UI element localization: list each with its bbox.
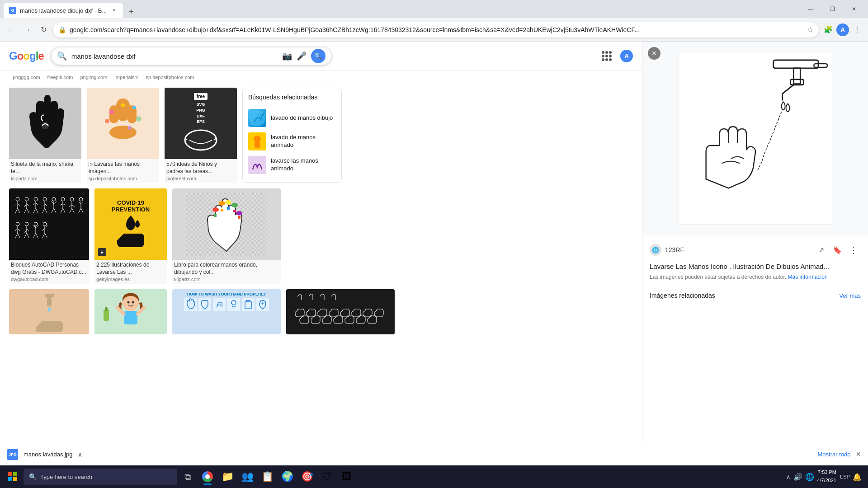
svg-line-53 (60, 204, 63, 205)
image-card-10[interactable] (286, 289, 395, 334)
task-view-button[interactable]: ⧉ (178, 467, 197, 486)
google-profile-avatar[interactable]: A (620, 50, 633, 62)
detail-source-globe-icon: 🌐 (650, 244, 661, 256)
search-submit-button[interactable]: 🔍 (311, 49, 326, 63)
camera-search-icon[interactable]: 📷 (282, 51, 292, 61)
svg-line-88 (45, 233, 47, 238)
svg-rect-18 (248, 156, 266, 174)
svg-point-43 (52, 197, 56, 201)
svg-line-71 (15, 229, 18, 231)
related-item-2[interactable]: lavado de manos animado (248, 130, 336, 153)
svg-rect-115 (104, 310, 109, 321)
tray-up-arrow-icon[interactable]: ∧ (786, 474, 791, 480)
taskbar-search-box[interactable]: 🔍 Type here to search (24, 469, 177, 485)
row-2: Bloques AutoCAD Personas dwg Gratis - DW… (9, 188, 633, 284)
close-button[interactable]: ✕ (844, 2, 864, 16)
refresh-button[interactable]: ↻ (36, 23, 51, 37)
image-source-5: gettyimages.es (94, 276, 167, 284)
image-card-6[interactable]: Libro para colorear manos orando, dibuja… (172, 188, 281, 284)
taskbar-app-photos[interactable]: 🖼 (337, 467, 356, 486)
download-bar-close-button[interactable]: × (856, 450, 861, 459)
more-button[interactable]: ⋮ (846, 243, 861, 257)
svg-point-9 (128, 126, 132, 130)
volume-icon[interactable]: 🔊 (793, 473, 802, 481)
taskbar-app-edge[interactable]: 🌍 (278, 467, 297, 486)
apps-grid-button[interactable] (599, 48, 615, 64)
svg-line-64 (81, 208, 83, 213)
minimize-button[interactable]: — (800, 2, 821, 16)
file-manager-icon: 📁 (222, 471, 234, 483)
svg-line-57 (70, 208, 72, 213)
svg-rect-17 (255, 142, 260, 148)
related-item-1[interactable]: lavado de manos dibujo (248, 106, 336, 130)
download-arrow-icon[interactable]: ∧ (78, 451, 82, 458)
active-tab[interactable]: G manos lavandose dibujo dxf - B... × (4, 3, 123, 18)
save-button[interactable]: 🔖 (830, 243, 844, 257)
image-card-4[interactable]: Bloques AutoCAD Personas dwg Gratis - DW… (9, 188, 89, 284)
svg-line-72 (18, 229, 20, 231)
svg-point-113 (127, 301, 130, 304)
detail-info-section: 🌐 123RF ↗ 🔖 ⋮ Lavarse Las Manos Icono . … (642, 236, 868, 286)
forward-button[interactable]: → (20, 23, 34, 37)
taskbar-search-icon: 🔍 (29, 473, 37, 480)
image-card-3[interactable]: free SVGPNGDXFEPS 570 ideas de Niños y p… (165, 88, 237, 183)
extensions-button[interactable]: 🧩 (821, 23, 835, 37)
image-card-1[interactable]: Silueta de la mano, shaka, te... klipart… (9, 88, 81, 183)
search-input[interactable] (71, 52, 278, 60)
menu-button[interactable]: ⋮ (850, 23, 864, 37)
tab-area: G manos lavandose dibujo dxf - B... × + (4, 0, 800, 18)
image-card-2[interactable]: ▷ Lavarse las manos imágen... sp.deposit… (87, 88, 159, 183)
tab-title: manos lavandose dibujo dxf - B... (20, 7, 107, 14)
header-icons: A (599, 48, 633, 64)
google-logo: Google (9, 50, 44, 62)
image-caption-6: Libro para colorear manos orando, dibuja… (172, 260, 281, 276)
new-tab-button[interactable]: + (125, 5, 137, 18)
svg-line-45 (52, 208, 54, 213)
image-card-7[interactable] (9, 289, 89, 334)
image-card-9[interactable]: HOW TO WASH YOUR HAND PROPERLY (172, 289, 281, 334)
address-bar[interactable]: 🔒 google.com/search?q=manos+lavandose+di… (52, 22, 819, 38)
back-button[interactable]: ← (4, 23, 18, 37)
taskbar-app-security[interactable]: 🛡 (317, 467, 336, 486)
taskbar-app-game[interactable]: 🎯 (297, 467, 316, 486)
related-item-3[interactable]: lavarse las manos animado (248, 153, 336, 177)
source-label: imperialsrc (111, 73, 142, 82)
network-icon[interactable]: 🌐 (805, 473, 814, 481)
chrome-icon (202, 471, 213, 482)
related-images-section: Imágenes relacionadas Ver más (642, 286, 868, 301)
start-button[interactable] (3, 467, 23, 487)
tab-close-button[interactable]: × (110, 7, 118, 14)
image-source-1: klipartz.com (9, 175, 81, 183)
teams-icon: 👥 (241, 471, 254, 483)
svg-line-51 (61, 208, 63, 213)
ver-mas-button[interactable]: Ver más (839, 292, 861, 299)
detail-action-buttons: ↗ 🔖 ⋮ (814, 243, 861, 257)
maximize-button[interactable]: ❐ (822, 2, 843, 16)
source-labels-row: pngggg.com freepik.com pngimg.com imperi… (0, 71, 642, 82)
taskbar-app-files[interactable]: 📁 (218, 467, 237, 486)
mic-search-icon[interactable]: 🎤 (297, 51, 307, 61)
image-source-2: sp.depositphotos.com (87, 175, 159, 183)
svg-line-21 (15, 208, 18, 213)
svg-line-52 (63, 208, 65, 213)
image-card-8[interactable] (94, 289, 167, 334)
taskbar-app-planner[interactable]: 📋 (258, 467, 277, 486)
svg-point-31 (34, 197, 38, 201)
svg-rect-106 (45, 294, 54, 297)
taskbar-app-chrome[interactable] (198, 467, 217, 486)
image-card-5[interactable]: COVID-19PREVENTION WASH YOUR HANDS (94, 188, 167, 284)
taskbar-app-teams[interactable]: 👥 (238, 467, 257, 486)
share-button[interactable]: ↗ (814, 243, 828, 257)
svg-point-16 (254, 136, 261, 143)
search-box[interactable]: 🔍 📷 🎤 🔍 (51, 47, 331, 65)
clock-display[interactable]: 7:53 PM 4/7/2021 (817, 469, 836, 484)
image-caption-4: Bloques AutoCAD Personas dwg Gratis - DW… (9, 260, 89, 276)
profile-avatar[interactable]: A (836, 23, 849, 36)
notification-button[interactable]: 🔔 (853, 473, 862, 481)
show-all-button[interactable]: Mostrar todo (818, 451, 851, 458)
more-info-link[interactable]: Más información (788, 274, 828, 280)
detail-close-button[interactable]: × (648, 47, 660, 60)
svg-rect-119 (213, 298, 226, 311)
bookmark-star-icon[interactable]: ☆ (807, 25, 813, 34)
svg-line-60 (69, 205, 72, 207)
